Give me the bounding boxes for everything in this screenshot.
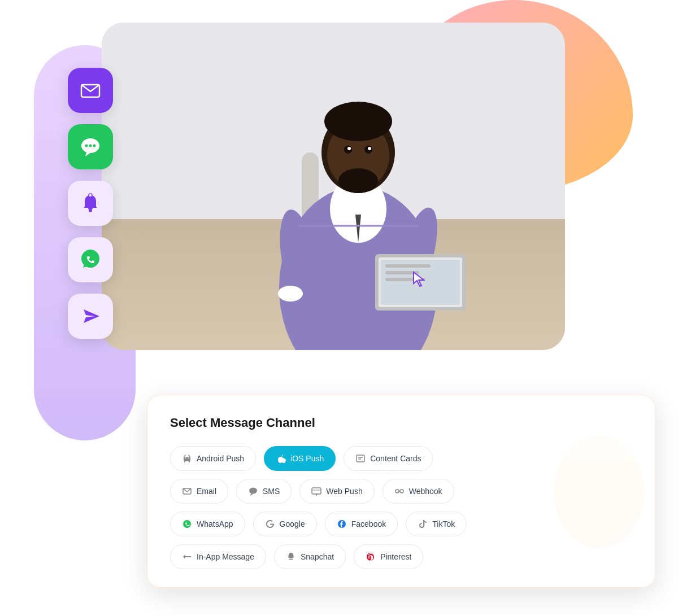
sms-label: SMS [263,487,280,496]
whatsapp-button[interactable]: WhatsApp [170,512,245,536]
facebook-label: Facebook [351,519,386,528]
svg-marker-27 [85,152,91,156]
facebook-icon [337,519,347,529]
tiktok-button[interactable]: TikTok [406,512,467,536]
svg-point-54 [183,520,191,528]
svg-point-14 [278,286,303,302]
android-push-button[interactable]: Android Push [170,446,256,471]
sms-button[interactable]: SMS [236,479,292,504]
svg-point-52 [400,490,403,493]
web-push-icon [311,486,321,496]
sms-btn-icon [248,486,258,496]
channel-row-4: In-App Message Snapchat [170,544,632,569]
snapchat-label: Snapchat [301,552,334,561]
pinterest-icon [366,552,376,562]
svg-point-30 [93,145,96,147]
main-scene: Select Message Channel [0,0,678,616]
svg-rect-21 [385,264,431,268]
bell-icon [79,192,102,215]
photo-background [102,23,565,350]
email-icon [79,79,102,102]
channel-row-1: Android Push iOS Push [170,446,632,471]
svg-point-6 [324,102,392,141]
svg-point-28 [85,145,88,147]
svg-line-40 [189,455,190,457]
sidebar-item-email[interactable] [68,68,113,113]
svg-marker-35 [84,309,99,323]
sidebar-icon-list [68,68,113,339]
web-push-button[interactable]: Web Push [299,479,374,504]
in-app-message-button[interactable]: In-App Message [170,544,266,569]
ios-push-label: iOS Push [290,454,324,463]
snapchat-icon [286,552,296,562]
channel-row-2: Email SMS [170,479,632,504]
svg-rect-36 [184,457,190,461]
svg-point-11 [368,147,371,150]
tiktok-label: TikTok [432,519,455,528]
whatsapp-icon [78,247,103,272]
svg-point-37 [185,457,186,458]
email-button[interactable]: Email [170,479,228,504]
google-button[interactable]: Google [253,512,317,536]
pinterest-button[interactable]: Pinterest [354,544,423,569]
android-push-label: Android Push [197,454,244,463]
channel-grid: Android Push iOS Push [170,446,632,569]
content-cards-icon [355,453,366,464]
svg-point-10 [347,147,351,150]
email-label: Email [197,487,216,496]
svg-marker-46 [250,493,253,496]
content-cards-button[interactable]: Content Cards [344,446,433,471]
svg-marker-56 [183,554,191,559]
in-app-message-label: In-App Message [197,552,254,561]
apple-icon [276,453,286,464]
google-label: Google [280,519,305,528]
svg-point-29 [89,145,92,147]
svg-rect-22 [385,271,419,274]
webhook-icon [394,486,405,496]
sidebar-item-push[interactable] [68,181,113,226]
svg-point-51 [395,490,399,493]
sidebar-item-direct[interactable] [68,294,113,339]
person-illustration [211,51,483,350]
svg-point-32 [89,209,92,212]
svg-point-7 [338,168,378,193]
web-push-label: Web Push [326,487,362,496]
ios-push-button[interactable]: iOS Push [264,446,336,471]
svg-rect-47 [312,488,321,494]
google-icon [265,519,275,529]
card-title: Select Message Channel [170,416,632,430]
svg-point-33 [89,194,92,197]
email-btn-icon [182,486,192,496]
in-app-icon [182,552,192,562]
sidebar-item-whatsapp[interactable] [68,237,113,282]
message-icon [79,135,102,159]
webhook-label: Webhook [409,487,442,496]
svg-point-45 [249,488,257,494]
channel-selection-card: Select Message Channel [147,395,655,588]
svg-line-39 [184,455,185,457]
sidebar-item-sms[interactable] [68,124,113,169]
direct-send-icon [79,305,102,327]
android-icon [182,453,192,464]
svg-rect-23 [385,278,425,281]
svg-rect-41 [357,455,364,462]
webhook-button[interactable]: Webhook [383,479,454,504]
content-cards-label: Content Cards [370,454,421,463]
channel-row-3: WhatsApp Google [170,512,632,536]
whatsapp-label: WhatsApp [197,519,233,528]
facebook-button[interactable]: Facebook [325,512,398,536]
tiktok-icon [418,519,428,529]
snapchat-button[interactable]: Snapchat [274,544,346,569]
svg-point-38 [188,457,189,458]
pinterest-label: Pinterest [380,552,411,561]
whatsapp-btn-icon [182,519,192,529]
